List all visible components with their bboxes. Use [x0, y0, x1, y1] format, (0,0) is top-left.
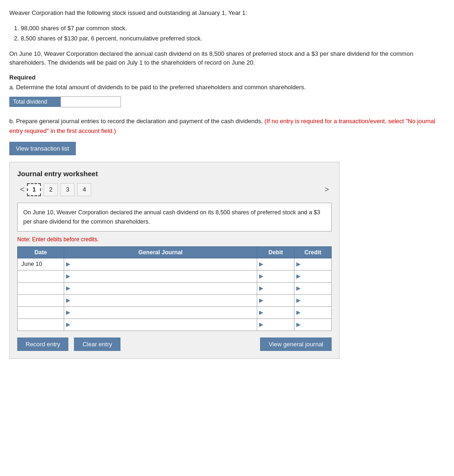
cell-debit-3[interactable]: ▶ [257, 294, 294, 306]
table-row: ▶▶▶ [18, 270, 332, 282]
cell-journal-4[interactable]: ▶ [64, 306, 257, 318]
cell-credit-1[interactable]: ▶ [294, 270, 332, 282]
credit-arrow-icon: ▶ [296, 297, 300, 304]
debit-arrow-icon: ▶ [259, 321, 263, 328]
row-arrow-icon: ▶ [66, 321, 70, 328]
cell-date-4 [18, 306, 64, 318]
cell-credit-0[interactable]: ▶ [294, 258, 332, 270]
row-arrow-icon: ▶ [66, 297, 70, 304]
row-arrow-icon: ▶ [66, 273, 70, 279]
credit-arrow-icon: ▶ [296, 309, 300, 316]
journal-input-3[interactable] [72, 297, 255, 304]
table-row: ▶▶▶ [18, 282, 332, 294]
credit-input-5[interactable] [302, 321, 329, 328]
credit-arrow-icon: ▶ [296, 285, 300, 291]
cell-journal-1[interactable]: ▶ [64, 270, 257, 282]
credit-arrow-icon: ▶ [296, 273, 300, 279]
view-transaction-list-button[interactable]: View transaction list [9, 142, 76, 155]
cell-date-2 [18, 282, 64, 294]
header-date: Date [18, 246, 64, 258]
credit-input-3[interactable] [302, 297, 329, 304]
journal-table: Date General Journal Debit Credit June 1… [17, 246, 332, 331]
debit-arrow-icon: ▶ [259, 285, 263, 291]
stock-list: 1. 98,000 shares of $7 par common stock.… [14, 23, 445, 44]
dividend-paragraph: On June 10, Weaver Corporation declared … [9, 49, 445, 67]
debit-input-3[interactable] [265, 297, 292, 304]
journal-worksheet-title: Journal entry worksheet [17, 170, 332, 178]
cell-debit-4[interactable]: ▶ [257, 306, 294, 318]
total-dividend-row: Total dividend [9, 96, 445, 107]
tab-1[interactable]: 1 [27, 183, 41, 196]
debit-input-4[interactable] [265, 309, 292, 316]
question-b: b. Prepare general journal entries to re… [9, 117, 445, 136]
required-label: Required [9, 74, 445, 81]
table-row: June 10▶▶▶ [18, 258, 332, 270]
stock-item-1: 1. 98,000 shares of $7 par common stock. [14, 23, 445, 33]
debit-arrow-icon: ▶ [259, 297, 263, 304]
bottom-buttons: Record entry Clear entry View general jo… [17, 337, 332, 351]
journal-input-5[interactable] [72, 321, 255, 328]
tab-row: < 1 2 3 4 > [17, 183, 332, 196]
debit-input-1[interactable] [265, 273, 292, 279]
debit-arrow-icon: ▶ [259, 261, 263, 267]
debit-arrow-icon: ▶ [259, 309, 263, 316]
credit-input-2[interactable] [302, 285, 329, 291]
cell-journal-5[interactable]: ▶ [64, 318, 257, 331]
cell-journal-0[interactable]: ▶ [64, 258, 257, 270]
journal-entry-worksheet: Journal entry worksheet < 1 2 3 4 > On J… [9, 162, 340, 359]
debit-input-2[interactable] [265, 285, 292, 291]
cell-credit-5[interactable]: ▶ [294, 318, 332, 331]
note-text: Note: Enter debits before credits. [17, 236, 332, 243]
intro-text: Weaver Corporation had the following sto… [9, 8, 445, 18]
chevron-left-icon[interactable]: < [17, 185, 27, 195]
clear-entry-button[interactable]: Clear entry [74, 337, 120, 351]
question-a-text: a. Determine the total amount of dividen… [9, 83, 445, 92]
tab-3[interactable]: 3 [60, 183, 74, 196]
total-dividend-label: Total dividend [9, 97, 60, 107]
row-arrow-icon: ▶ [66, 285, 70, 291]
cell-credit-2[interactable]: ▶ [294, 282, 332, 294]
record-entry-button[interactable]: Record entry [17, 337, 68, 351]
total-dividend-input[interactable] [60, 96, 121, 107]
stock-item-2: 2. 8,500 shares of $130 par, 6 percent, … [14, 33, 445, 44]
view-general-journal-button[interactable]: View general journal [260, 337, 332, 351]
tab-2[interactable]: 2 [44, 183, 58, 196]
cell-journal-2[interactable]: ▶ [64, 282, 257, 294]
credit-input-4[interactable] [302, 309, 329, 316]
cell-credit-3[interactable]: ▶ [294, 294, 332, 306]
header-debit: Debit [257, 246, 294, 258]
credit-input-1[interactable] [302, 273, 329, 279]
credit-input-0[interactable] [302, 261, 329, 267]
chevron-right-icon[interactable]: > [322, 185, 332, 195]
header-credit: Credit [294, 246, 332, 258]
transaction-description: On June 10, Weaver Corporation declared … [17, 203, 332, 231]
row-arrow-icon: ▶ [66, 261, 70, 267]
debit-input-5[interactable] [265, 321, 292, 328]
credit-arrow-icon: ▶ [296, 321, 300, 328]
cell-date-5 [18, 318, 64, 331]
journal-input-4[interactable] [72, 309, 255, 316]
cell-debit-5[interactable]: ▶ [257, 318, 294, 331]
table-row: ▶▶▶ [18, 318, 332, 331]
journal-input-2[interactable] [72, 285, 255, 291]
cell-date-0: June 10 [18, 258, 64, 270]
cell-journal-3[interactable]: ▶ [64, 294, 257, 306]
journal-input-0[interactable] [72, 261, 255, 267]
credit-arrow-icon: ▶ [296, 261, 300, 267]
cell-date-1 [18, 270, 64, 282]
journal-input-1[interactable] [72, 273, 255, 279]
cell-debit-1[interactable]: ▶ [257, 270, 294, 282]
debit-arrow-icon: ▶ [259, 273, 263, 279]
cell-date-3 [18, 294, 64, 306]
table-row: ▶▶▶ [18, 294, 332, 306]
tab-4[interactable]: 4 [77, 183, 91, 196]
cell-debit-0[interactable]: ▶ [257, 258, 294, 270]
question-b-prefix: b. Prepare general journal entries to re… [9, 118, 263, 125]
row-arrow-icon: ▶ [66, 309, 70, 316]
cell-credit-4[interactable]: ▶ [294, 306, 332, 318]
debit-input-0[interactable] [265, 261, 292, 267]
table-row: ▶▶▶ [18, 306, 332, 318]
header-general-journal: General Journal [64, 246, 257, 258]
cell-debit-2[interactable]: ▶ [257, 282, 294, 294]
